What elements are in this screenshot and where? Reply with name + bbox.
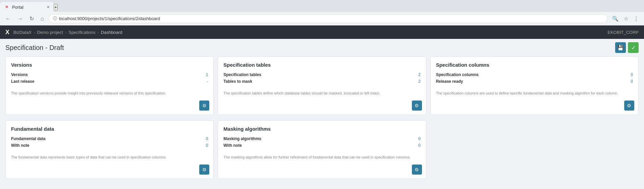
card-versions-gear-button[interactable]: ⚙ (199, 101, 209, 111)
card-stat-row: Last release- (11, 79, 208, 84)
card-stat-value: 0 (631, 79, 633, 84)
card-stat-value: 2 (418, 79, 421, 84)
user-label: EKOBIT_CORP (608, 30, 639, 35)
card-specification-tables-title: Specification tables (223, 62, 420, 68)
card-specification-tables-gear-button[interactable]: ⚙ (412, 101, 422, 111)
browser-tabs: ✕ Portal ✕ + (0, 0, 644, 12)
active-tab[interactable]: ✕ Portal ✕ (0, 2, 54, 12)
card-stat-value: 2 (418, 72, 421, 77)
card-stat-label: Specification tables (223, 72, 418, 77)
header-actions: 💾 ✓ (615, 42, 639, 53)
dashboard-top-row: VersionsVersions1Last release-The specif… (0, 56, 644, 120)
card-stat-value: 1 (206, 72, 208, 77)
card-stat-label: Masking algorithms (223, 136, 418, 141)
address-bar[interactable]: ⓘ (49, 14, 607, 23)
breadcrumb-sep-2: › (65, 30, 66, 35)
tab-favicon: ✕ (4, 4, 9, 10)
card-stat-row: Specification columns0 (436, 72, 633, 77)
breadcrumb-specifications[interactable]: Specifications (68, 30, 95, 35)
card-stat-label: With note (11, 143, 206, 148)
home-button[interactable]: ⌂ (39, 14, 46, 23)
card-specification-columns-stats: Specification columns0Release ready0 (436, 72, 633, 86)
app-logo: X (5, 29, 9, 36)
card-masking-algorithms-gear-button[interactable]: ⚙ (412, 165, 422, 175)
card-fundamental-data: Fundamental dataFundamental data0With no… (5, 120, 214, 179)
card-fundamental-data-stats: Fundamental data0With note0 (11, 136, 208, 150)
card-versions-action: ⚙ (199, 101, 209, 111)
card-versions-title: Versions (11, 62, 208, 68)
breadcrumb-dashboard: Dashboard (101, 30, 122, 35)
card-specification-columns: Specification columnsSpecification colum… (430, 56, 639, 115)
card-masking-algorithms: Masking algorithmsMasking algorithms0Wit… (218, 120, 426, 179)
card-versions: VersionsVersions1Last release-The specif… (5, 56, 214, 115)
url-input[interactable] (59, 16, 603, 21)
card-fundamental-data-title: Fundamental data (11, 126, 208, 132)
app-navbar: X BizDataX › Demo project › Specificatio… (0, 25, 644, 39)
breadcrumb-bizdatax[interactable]: BizDataX (13, 30, 32, 35)
card-masking-algorithms-title: Masking algorithms (223, 126, 420, 132)
card-stat-label: Last release (11, 79, 207, 84)
card-stat-row: With note0 (11, 143, 208, 148)
card-specification-tables-description: The specification tables define which da… (223, 90, 420, 109)
card-specification-columns-action: ⚙ (624, 101, 634, 111)
card-stat-label: Release ready (436, 79, 631, 84)
card-masking-algorithms-stats: Masking algorithms0With note0 (223, 136, 420, 150)
card-masking-algorithms-action: ⚙ (412, 165, 422, 175)
card-specification-tables-action: ⚙ (412, 101, 422, 111)
card-stat-value: 0 (418, 143, 421, 148)
zoom-button[interactable]: 🔍 (610, 14, 621, 23)
confirm-button[interactable]: ✓ (628, 42, 639, 53)
browser-chrome: ✕ Portal ✕ + ← → ↻ ⌂ ⓘ 🔍 ☆ ⋮ (0, 0, 644, 25)
browser-toolbar: ← → ↻ ⌂ ⓘ 🔍 ☆ ⋮ (0, 12, 644, 25)
card-stat-value: 0 (206, 143, 208, 148)
card-stat-value: 0 (418, 136, 421, 141)
card-stat-label: Tables to mask (223, 79, 418, 84)
tab-close-button[interactable]: ✕ (47, 5, 50, 9)
card-specification-tables: Specification tablesSpecification tables… (218, 56, 426, 115)
card-versions-description: The specification versions provide insig… (11, 90, 208, 109)
card-stat-row: Versions1 (11, 72, 208, 77)
save-button[interactable]: 💾 (615, 42, 626, 53)
breadcrumb-demo-project[interactable]: Demo project (37, 30, 63, 35)
card-stat-row: Masking algorithms0 (223, 136, 420, 141)
breadcrumb: BizDataX › Demo project › Specifications… (13, 30, 122, 35)
lock-icon: ⓘ (53, 16, 57, 21)
bookmark-button[interactable]: ☆ (622, 14, 630, 23)
card-stat-value: - (207, 79, 208, 84)
card-stat-label: Fundamental data (11, 136, 206, 141)
card-stat-label: Specification columns (436, 72, 631, 77)
card-stat-label: Versions (11, 72, 206, 77)
card-stat-row: Specification tables2 (223, 72, 420, 77)
card-stat-value: 0 (631, 72, 633, 77)
forward-button[interactable]: → (15, 14, 25, 23)
back-button[interactable]: ← (3, 14, 13, 23)
page-title: Specification - Draft (5, 44, 64, 52)
card-fundamental-data-action: ⚙ (199, 165, 209, 175)
dashboard-bottom-row: Fundamental dataFundamental data0With no… (0, 120, 644, 184)
card-stat-row: Fundamental data0 (11, 136, 208, 141)
card-specification-columns-gear-button[interactable]: ⚙ (624, 101, 634, 111)
tab-title: Portal (12, 5, 23, 10)
new-tab-button[interactable]: + (54, 4, 58, 10)
card-stat-label: With note (223, 143, 418, 148)
card-stat-row: Release ready0 (436, 79, 633, 84)
more-button[interactable]: ⋮ (632, 14, 641, 23)
card-stat-row: Tables to mask2 (223, 79, 420, 84)
breadcrumb-sep-1: › (34, 30, 35, 35)
empty-card-slot (430, 120, 639, 179)
card-fundamental-data-description: The fundamental data represents basic ty… (11, 154, 208, 173)
card-masking-algorithms-description: The masking algorithms allow for further… (223, 154, 420, 173)
card-specification-columns-title: Specification columns (436, 62, 633, 68)
toolbar-icons: 🔍 ☆ ⋮ (610, 14, 641, 23)
card-specification-tables-stats: Specification tables2Tables to mask2 (223, 72, 420, 86)
card-versions-stats: Versions1Last release- (11, 72, 208, 86)
page-header: Specification - Draft 💾 ✓ (0, 39, 644, 56)
card-fundamental-data-gear-button[interactable]: ⚙ (199, 165, 209, 175)
breadcrumb-sep-3: › (97, 30, 99, 35)
reload-button[interactable]: ↻ (28, 14, 36, 23)
card-stat-value: 0 (206, 136, 208, 141)
card-stat-row: With note0 (223, 143, 420, 148)
card-specification-columns-description: The specification columns are used to de… (436, 90, 633, 109)
